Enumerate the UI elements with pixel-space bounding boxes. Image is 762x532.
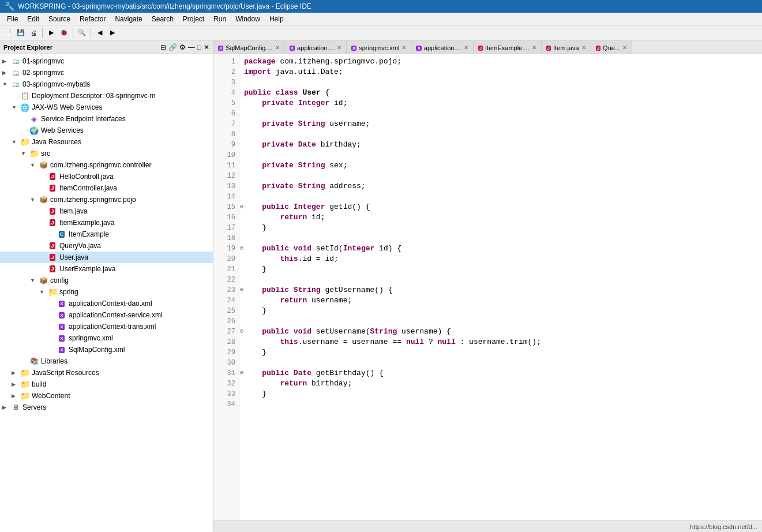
tree-item[interactable]: 🌍Web Services [0, 125, 213, 136]
tree-item[interactable]: ▼📁src [0, 148, 213, 159]
tree-item[interactable]: XapplicationContext-service.xml [0, 309, 213, 321]
toolbar-print[interactable]: 🖨 [28, 27, 39, 39]
tree-item[interactable]: ▶🗂01-springmvc [0, 55, 213, 67]
fold-arrow[interactable]: ⊖ [240, 202, 243, 212]
minimize-icon[interactable]: — [188, 43, 195, 51]
toolbar-next[interactable]: ▶ [107, 27, 118, 39]
menu-item-source[interactable]: Source [44, 14, 75, 24]
tree-item[interactable]: ▶📁WebContent [0, 390, 213, 402]
editor-tab[interactable]: JItem.java✕ [542, 40, 591, 54]
fold-arrow[interactable]: ⊖ [240, 243, 243, 254]
tree-item[interactable]: CItemExample [0, 228, 213, 240]
tree-item[interactable]: JItem.java [0, 205, 213, 217]
tree-arrow[interactable]: ▼ [30, 197, 38, 203]
tab-close[interactable]: ✕ [464, 44, 468, 51]
close-icon[interactable]: ✕ [204, 43, 209, 51]
editor-tab[interactable]: Xspringmvc.xml✕ [347, 40, 412, 54]
tree-item[interactable]: ▼📦config [0, 275, 213, 286]
tree-arrow[interactable]: ▼ [21, 151, 29, 156]
tree-arrow[interactable]: ▼ [12, 139, 20, 145]
tree-arrow[interactable]: ▼ [39, 289, 47, 295]
tree-icon: J [47, 241, 58, 250]
tree-arrow[interactable]: ▶ [12, 370, 20, 376]
menu-item-refactor[interactable]: Refactor [75, 14, 110, 24]
tree-arrow[interactable]: ▶ [2, 58, 10, 64]
tree-item[interactable]: ▶🖥Servers [0, 402, 213, 413]
tree-icon: X [57, 299, 67, 308]
tree-item[interactable]: ▶🗂02-springmvc [0, 67, 213, 78]
tree-arrow[interactable]: ▼ [30, 162, 38, 168]
tree-item[interactable]: ▼🗂03-springmvc-mybatis [0, 78, 213, 90]
tree-arrow[interactable]: ▼ [30, 278, 38, 283]
tree-arrow[interactable]: ▼ [12, 104, 20, 110]
tree-item[interactable]: JQueryVo.java [0, 240, 213, 252]
editor-tab[interactable]: JItemExample....✕ [474, 40, 542, 54]
editor-tab[interactable]: JQue...✕ [591, 40, 632, 54]
tree-item[interactable]: ▶📁JavaScript Resources [0, 367, 213, 379]
tree-item[interactable]: 📋Deployment Descriptor: 03-springmvc-m [0, 90, 213, 102]
tab-close[interactable]: ✕ [532, 44, 536, 51]
toolbar-prev[interactable]: ◀ [94, 27, 106, 39]
tab-close[interactable]: ✕ [581, 44, 586, 51]
fold-arrow[interactable]: ⊖ [240, 368, 243, 379]
link-icon[interactable]: 🔗 [168, 43, 177, 51]
code-line: private String sex; [244, 160, 757, 171]
toolbar-save[interactable]: 💾 [15, 27, 27, 39]
code-content[interactable]: package com.itzheng.springmvc.pojo;impor… [239, 54, 762, 520]
menu-item-file[interactable]: File [2, 14, 22, 24]
tree-item[interactable]: ▶📁build [0, 379, 213, 390]
toolbar-search[interactable]: 🔍 [76, 27, 88, 39]
tree-item[interactable]: ▼📦com.itzheng.springmvc.pojo [0, 194, 213, 205]
tree-item[interactable]: ▼📁Java Resources [0, 136, 213, 148]
tab-close[interactable]: ✕ [622, 44, 627, 51]
tree-item[interactable]: XSqlMapConfig.xml [0, 344, 213, 355]
editor-tab[interactable]: XSqlMapConfig....✕ [213, 40, 285, 54]
editor-tab[interactable]: Xapplication....✕ [411, 40, 473, 54]
menu-item-edit[interactable]: Edit [22, 14, 44, 24]
tree-item[interactable]: ▼📦com.itzheng.springmvc.controller [0, 159, 213, 171]
collapse-icon[interactable]: ⊟ [160, 43, 166, 51]
tree-arrow[interactable]: ▼ [2, 81, 10, 87]
tree-item[interactable]: XapplicationContext-trans.xml [0, 321, 213, 332]
tree-item[interactable]: 📚Libraries [0, 355, 213, 367]
line-number: 13 [216, 181, 235, 192]
settings-icon[interactable]: ⚙ [179, 43, 186, 51]
menu-item-navigate[interactable]: Navigate [110, 14, 147, 24]
explorer-header: Project Explorer ⊟ 🔗 ⚙ — □ ✕ [0, 40, 213, 54]
tree-item[interactable]: ▼📁spring [0, 286, 213, 298]
maximize-icon[interactable]: □ [197, 43, 201, 51]
tree-arrow[interactable]: ▶ [2, 70, 10, 76]
fold-arrow[interactable]: ⊖ [240, 327, 243, 337]
tree-item[interactable]: Xspringmvc.xml [0, 332, 213, 344]
tree-item[interactable]: JItemController.java [0, 182, 213, 194]
toolbar-run[interactable]: ▶ [46, 27, 57, 39]
tree-item[interactable]: JHelloControll.java [0, 171, 213, 182]
status-text: https://blog.csdn.net/d... [690, 523, 757, 530]
toolbar-debug[interactable]: 🐞 [58, 27, 70, 39]
toolbar-new[interactable]: 📄 [2, 27, 14, 39]
tree-arrow[interactable]: ▶ [12, 381, 20, 387]
tree-item[interactable]: JUserExample.java [0, 263, 213, 275]
tree-arrow[interactable]: ▶ [2, 404, 10, 410]
tree-item[interactable]: JUser.java [0, 252, 213, 263]
fold-arrow[interactable]: ⊖ [240, 285, 243, 295]
code-line: } [244, 347, 757, 358]
menu-item-project[interactable]: Project [178, 14, 209, 24]
menu-item-window[interactable]: Window [231, 14, 265, 24]
tree-arrow[interactable]: ▶ [12, 393, 20, 399]
editor-tab[interactable]: Xapplication....✕ [285, 40, 347, 54]
tab-close[interactable]: ✕ [337, 44, 341, 51]
tree-label: JavaScript Resources [32, 369, 99, 377]
menu-item-run[interactable]: Run [209, 14, 231, 24]
tab-close[interactable]: ✕ [401, 44, 406, 51]
line-number: 27⊖ [216, 327, 235, 337]
menu-item-help[interactable]: Help [265, 14, 288, 24]
tree-item[interactable]: ◈Service Endpoint Interfaces [0, 113, 213, 125]
tree-item[interactable]: XapplicationContext-dao.xml [0, 298, 213, 309]
tab-icon: J [546, 44, 551, 51]
tab-close[interactable]: ✕ [275, 44, 280, 51]
code-editor[interactable]: 123456789101112131415⊖16171819⊖20212223⊖… [213, 54, 762, 520]
tree-item[interactable]: JItemExample.java [0, 217, 213, 228]
tree-item[interactable]: ▼🌐JAX-WS Web Services [0, 102, 213, 113]
menu-item-search[interactable]: Search [147, 14, 178, 24]
